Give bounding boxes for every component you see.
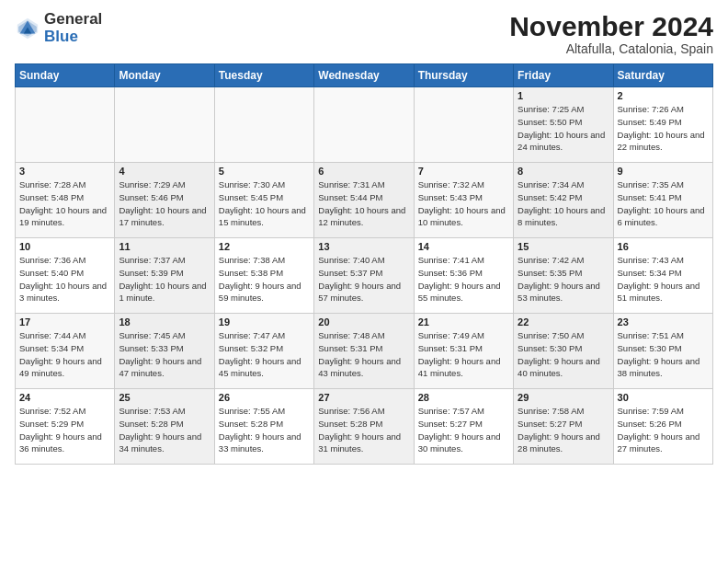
day-number: 4	[119, 166, 210, 177]
header-row: SundayMondayTuesdayWednesdayThursdayFrid…	[16, 64, 713, 87]
calendar-cell: 26Sunrise: 7:55 AMSunset: 5:28 PMDayligh…	[214, 389, 313, 465]
day-info: Sunrise: 7:29 AMSunset: 5:46 PMDaylight:…	[119, 178, 210, 229]
calendar-cell	[16, 87, 115, 163]
day-info: Sunrise: 7:41 AMSunset: 5:36 PMDaylight:…	[418, 254, 509, 304]
calendar-cell	[414, 87, 513, 163]
day-number: 6	[318, 166, 409, 177]
day-info: Sunrise: 7:44 AMSunset: 5:34 PMDaylight:…	[19, 329, 110, 380]
calendar-cell	[115, 87, 214, 163]
day-number: 17	[19, 316, 110, 327]
day-number: 28	[418, 392, 509, 403]
calendar-cell: 12Sunrise: 7:38 AMSunset: 5:38 PMDayligh…	[214, 238, 313, 314]
calendar-cell: 27Sunrise: 7:56 AMSunset: 5:28 PMDayligh…	[314, 389, 414, 465]
day-info: Sunrise: 7:52 AMSunset: 5:29 PMDaylight:…	[19, 405, 110, 455]
calendar-cell	[314, 87, 414, 163]
calendar-cell: 6Sunrise: 7:31 AMSunset: 5:44 PMDaylight…	[314, 163, 414, 238]
day-info: Sunrise: 7:26 AMSunset: 5:49 PMDaylight:…	[618, 103, 709, 154]
calendar-cell: 3Sunrise: 7:28 AMSunset: 5:48 PMDaylight…	[16, 163, 115, 238]
calendar-cell: 28Sunrise: 7:57 AMSunset: 5:27 PMDayligh…	[414, 389, 513, 465]
calendar-cell: 1Sunrise: 7:25 AMSunset: 5:50 PMDaylight…	[514, 87, 613, 163]
day-number: 12	[219, 241, 310, 252]
calendar-week-1: 1Sunrise: 7:25 AMSunset: 5:50 PMDaylight…	[16, 87, 713, 163]
calendar-cell: 23Sunrise: 7:51 AMSunset: 5:30 PMDayligh…	[613, 314, 712, 389]
day-number: 16	[618, 241, 709, 252]
calendar-cell: 30Sunrise: 7:59 AMSunset: 5:26 PMDayligh…	[613, 389, 712, 465]
day-number: 27	[318, 392, 409, 403]
day-number: 22	[518, 316, 609, 327]
calendar-cell: 16Sunrise: 7:43 AMSunset: 5:34 PMDayligh…	[613, 238, 712, 314]
day-number: 9	[618, 166, 709, 177]
day-info: Sunrise: 7:28 AMSunset: 5:48 PMDaylight:…	[19, 178, 110, 229]
calendar-cell: 29Sunrise: 7:58 AMSunset: 5:27 PMDayligh…	[514, 389, 613, 465]
calendar-cell: 20Sunrise: 7:48 AMSunset: 5:31 PMDayligh…	[314, 314, 414, 389]
location: Altafulla, Catalonia, Spain	[509, 41, 713, 56]
day-info: Sunrise: 7:25 AMSunset: 5:50 PMDaylight:…	[518, 103, 609, 154]
day-info: Sunrise: 7:51 AMSunset: 5:30 PMDaylight:…	[618, 329, 709, 380]
day-info: Sunrise: 7:49 AMSunset: 5:31 PMDaylight:…	[418, 329, 509, 380]
day-number: 10	[19, 241, 110, 252]
calendar-cell: 22Sunrise: 7:50 AMSunset: 5:30 PMDayligh…	[514, 314, 613, 389]
day-number: 5	[219, 166, 310, 177]
day-number: 21	[418, 316, 509, 327]
calendar-cell: 2Sunrise: 7:26 AMSunset: 5:49 PMDaylight…	[613, 87, 712, 163]
day-info: Sunrise: 7:48 AMSunset: 5:31 PMDaylight:…	[318, 329, 409, 380]
calendar-cell: 10Sunrise: 7:36 AMSunset: 5:40 PMDayligh…	[16, 238, 115, 314]
day-number: 23	[618, 316, 709, 327]
day-number: 3	[19, 166, 110, 177]
calendar-cell: 9Sunrise: 7:35 AMSunset: 5:41 PMDaylight…	[613, 163, 712, 238]
day-info: Sunrise: 7:45 AMSunset: 5:33 PMDaylight:…	[119, 329, 210, 380]
day-info: Sunrise: 7:30 AMSunset: 5:45 PMDaylight:…	[219, 178, 310, 229]
header: General Blue November 2024 Altafulla, Ca…	[15, 11, 713, 56]
calendar-cell: 5Sunrise: 7:30 AMSunset: 5:45 PMDaylight…	[214, 163, 313, 238]
day-number: 20	[318, 316, 409, 327]
day-info: Sunrise: 7:37 AMSunset: 5:39 PMDaylight:…	[119, 254, 210, 304]
day-number: 7	[418, 166, 509, 177]
calendar-cell: 25Sunrise: 7:53 AMSunset: 5:28 PMDayligh…	[115, 389, 214, 465]
day-info: Sunrise: 7:59 AMSunset: 5:26 PMDaylight:…	[618, 405, 709, 455]
logo-blue: Blue	[44, 28, 78, 45]
month-title: November 2024	[509, 11, 713, 41]
day-number: 25	[119, 392, 210, 403]
day-number: 19	[219, 316, 310, 327]
logo-text-block: General Blue	[44, 11, 102, 45]
col-header-monday: Monday	[115, 64, 214, 87]
day-info: Sunrise: 7:57 AMSunset: 5:27 PMDaylight:…	[418, 405, 509, 455]
day-info: Sunrise: 7:32 AMSunset: 5:43 PMDaylight:…	[418, 178, 509, 229]
day-number: 24	[19, 392, 110, 403]
day-info: Sunrise: 7:58 AMSunset: 5:27 PMDaylight:…	[518, 405, 609, 455]
calendar-cell: 13Sunrise: 7:40 AMSunset: 5:37 PMDayligh…	[314, 238, 414, 314]
calendar-cell: 19Sunrise: 7:47 AMSunset: 5:32 PMDayligh…	[214, 314, 313, 389]
calendar-week-5: 24Sunrise: 7:52 AMSunset: 5:29 PMDayligh…	[16, 389, 713, 465]
col-header-sunday: Sunday	[16, 64, 115, 87]
logo-general: General	[44, 10, 102, 28]
col-header-saturday: Saturday	[613, 64, 712, 87]
calendar-table: SundayMondayTuesdayWednesdayThursdayFrid…	[15, 63, 713, 465]
calendar-cell: 17Sunrise: 7:44 AMSunset: 5:34 PMDayligh…	[16, 314, 115, 389]
title-block: November 2024 Altafulla, Catalonia, Spai…	[509, 11, 713, 56]
day-info: Sunrise: 7:34 AMSunset: 5:42 PMDaylight:…	[518, 178, 609, 229]
calendar-cell: 24Sunrise: 7:52 AMSunset: 5:29 PMDayligh…	[16, 389, 115, 465]
calendar-cell: 8Sunrise: 7:34 AMSunset: 5:42 PMDaylight…	[514, 163, 613, 238]
day-number: 13	[318, 241, 409, 252]
day-info: Sunrise: 7:42 AMSunset: 5:35 PMDaylight:…	[518, 254, 609, 304]
day-info: Sunrise: 7:55 AMSunset: 5:28 PMDaylight:…	[219, 405, 310, 455]
calendar-cell	[214, 87, 313, 163]
calendar-cell: 4Sunrise: 7:29 AMSunset: 5:46 PMDaylight…	[115, 163, 214, 238]
calendar-cell: 11Sunrise: 7:37 AMSunset: 5:39 PMDayligh…	[115, 238, 214, 314]
day-number: 29	[518, 392, 609, 403]
day-number: 18	[119, 316, 210, 327]
day-info: Sunrise: 7:38 AMSunset: 5:38 PMDaylight:…	[219, 254, 310, 304]
day-info: Sunrise: 7:50 AMSunset: 5:30 PMDaylight:…	[518, 329, 609, 380]
calendar-cell: 18Sunrise: 7:45 AMSunset: 5:33 PMDayligh…	[115, 314, 214, 389]
calendar-cell: 15Sunrise: 7:42 AMSunset: 5:35 PMDayligh…	[514, 238, 613, 314]
col-header-friday: Friday	[514, 64, 613, 87]
day-info: Sunrise: 7:36 AMSunset: 5:40 PMDaylight:…	[19, 254, 110, 304]
day-info: Sunrise: 7:43 AMSunset: 5:34 PMDaylight:…	[618, 254, 709, 304]
day-info: Sunrise: 7:53 AMSunset: 5:28 PMDaylight:…	[119, 405, 210, 455]
col-header-tuesday: Tuesday	[214, 64, 313, 87]
logo-icon	[15, 16, 40, 41]
calendar-cell: 21Sunrise: 7:49 AMSunset: 5:31 PMDayligh…	[414, 314, 513, 389]
page-container: General Blue November 2024 Altafulla, Ca…	[0, 0, 728, 472]
day-info: Sunrise: 7:35 AMSunset: 5:41 PMDaylight:…	[618, 178, 709, 229]
logo: General Blue	[15, 11, 102, 45]
